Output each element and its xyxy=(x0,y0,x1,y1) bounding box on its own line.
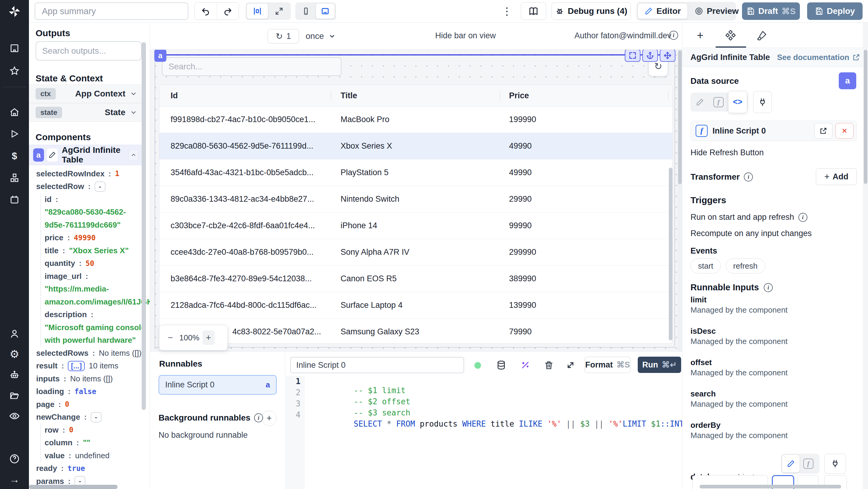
event-pill[interactable]: refresh xyxy=(726,258,765,273)
canvas-scrollbar-track[interactable] xyxy=(678,50,682,351)
output-tree-row[interactable]: selectedRowIndex:1 xyxy=(36,167,142,180)
runnable-item-inline-script-0[interactable]: Inline Script 0 a xyxy=(158,375,277,395)
output-tree-row[interactable]: result:[...]10 items xyxy=(36,360,142,373)
resources-cubes-icon[interactable] xyxy=(0,173,29,183)
search-outputs-input[interactable] xyxy=(36,41,142,61)
add-background-runnable-button[interactable]: + xyxy=(261,410,277,426)
table-search-input[interactable] xyxy=(162,57,341,76)
tree-toggle-chip[interactable]: - xyxy=(91,412,101,422)
runs-play-icon[interactable] xyxy=(0,128,29,139)
app-canvas[interactable]: a ↻ Id Title Price f991 xyxy=(150,50,682,351)
folders-icon[interactable] xyxy=(0,390,29,401)
output-tree-row[interactable]: value:undefined xyxy=(40,449,142,462)
align-center-button[interactable] xyxy=(247,4,268,19)
delete-script-button[interactable] xyxy=(541,358,556,373)
schedule-select[interactable]: once xyxy=(306,29,336,43)
see-documentation-link[interactable]: See documentation xyxy=(777,53,860,62)
table-scrollbar[interactable] xyxy=(669,167,673,340)
table-row[interactable]: b3e864c8-7fe3-4270-89e9-54c12038... Cano… xyxy=(159,266,673,292)
home-icon[interactable] xyxy=(0,107,29,118)
component-settings-tab[interactable] xyxy=(722,27,739,44)
settings-horizontal-scrollbar[interactable] xyxy=(700,485,841,488)
output-tree-row[interactable]: selectedRow:- xyxy=(36,180,142,193)
table-row[interactable]: f991898d-cb27-4ac7-b10c-0b9050ce1... Mac… xyxy=(159,106,673,133)
database-pencil-button[interactable] xyxy=(782,455,800,472)
redo-button[interactable] xyxy=(217,3,239,20)
output-tree-row[interactable]: loading:false xyxy=(36,385,142,398)
app-summary-input[interactable] xyxy=(35,2,188,20)
windmill-logo[interactable] xyxy=(0,0,29,23)
inline-script-row[interactable]: f Inline Script 0 × xyxy=(690,121,857,141)
event-pill[interactable]: start xyxy=(690,258,721,273)
output-tree-row[interactable]: "https://m.media- xyxy=(40,283,142,296)
ai-robot-icon[interactable] xyxy=(0,370,29,380)
tab-editor[interactable]: Editor xyxy=(638,4,687,19)
settings-scrollbar-thumb[interactable] xyxy=(864,50,867,184)
output-tree-row[interactable]: with powerful hardware" xyxy=(40,334,142,347)
database-connect-button[interactable] xyxy=(824,454,846,473)
runnable-inputs-info-icon[interactable]: i xyxy=(764,283,773,292)
component-move-button[interactable] xyxy=(660,49,675,62)
output-tree-row[interactable]: 9d5e-7611199dc669" xyxy=(40,219,142,232)
table-row[interactable]: 4c83-8022-5e70a07a2... Samsung Galaxy S2… xyxy=(159,319,673,344)
billing-dollar-icon[interactable]: $ xyxy=(0,150,29,161)
component-row[interactable]: a AgGrid Infinite Table xyxy=(29,145,142,165)
output-tree-row[interactable]: row:0 xyxy=(40,424,142,436)
output-tree-row[interactable]: amazon.com/images/I/61JGKhd xyxy=(40,296,142,308)
output-tree-row[interactable]: description: xyxy=(40,308,142,322)
output-tree-row[interactable]: image_url: xyxy=(40,270,142,283)
settings-scrollbar-track[interactable] xyxy=(863,23,868,489)
output-tree-row[interactable]: quantity:50 xyxy=(40,257,142,270)
expand-canvas-button[interactable] xyxy=(269,4,290,19)
database-schema-button[interactable] xyxy=(494,358,509,373)
output-tree-row[interactable]: id: xyxy=(40,193,142,206)
table-row[interactable]: 2128adca-7fc6-44bd-800c-dc115df6ac... Su… xyxy=(159,292,673,319)
table-row[interactable]: 89c0a336-1343-4812-ac34-e4bb8e27... Nint… xyxy=(159,186,673,213)
output-tree-row[interactable]: inputs:No items ([]) xyxy=(36,372,142,385)
chevron-down-icon[interactable] xyxy=(130,90,137,98)
column-header-price[interactable]: Price xyxy=(500,91,529,100)
format-button[interactable]: Format ⌘S xyxy=(585,357,630,373)
draft-button[interactable]: Draft ⌘S xyxy=(742,2,800,20)
output-tree-row[interactable]: selectedRows:No items ([]) xyxy=(36,347,142,360)
tab-preview[interactable]: Preview xyxy=(688,4,745,19)
table-row[interactable]: 354f6afd-43ac-4321-b1bc-0b5e5adcb... Pla… xyxy=(159,159,673,186)
documentation-book-button[interactable] xyxy=(521,2,546,20)
column-divider[interactable] xyxy=(331,91,331,100)
zoom-in-button[interactable]: + xyxy=(203,330,215,345)
remove-script-button[interactable]: × xyxy=(835,123,854,139)
rename-component-button[interactable] xyxy=(47,148,58,161)
refresh-count-box[interactable]: ↻ 1 xyxy=(268,29,299,43)
connect-mode-button[interactable] xyxy=(753,91,772,113)
tree-toggle-chip[interactable]: [...] xyxy=(68,361,85,371)
expand-editor-button[interactable] xyxy=(563,358,578,373)
favorites-star-icon[interactable] xyxy=(0,65,29,76)
state-row[interactable]: state State xyxy=(29,103,142,122)
database-template-button[interactable]: f xyxy=(800,459,817,469)
insert-component-tab[interactable]: + xyxy=(692,27,709,44)
collapse-arrow-icon[interactable]: → xyxy=(0,474,29,485)
zoom-out-button[interactable]: − xyxy=(164,330,176,345)
table-row[interactable]: ccee43dc-27e0-40a8-b768-b09579b0... Sony… xyxy=(159,239,673,266)
ctx-row[interactable]: ctx App Context xyxy=(29,84,142,103)
column-header-title[interactable]: Title xyxy=(331,91,500,100)
output-tree-row[interactable]: "Microsoft gaming console xyxy=(40,321,142,334)
output-tree-row[interactable]: price:49990 xyxy=(40,232,142,245)
transformer-info-icon[interactable]: i xyxy=(744,173,753,182)
audit-eye-icon[interactable] xyxy=(0,410,29,422)
output-tree-row[interactable]: column:"" xyxy=(40,436,142,450)
open-script-button[interactable] xyxy=(814,123,832,139)
mobile-view-button[interactable] xyxy=(297,4,315,19)
debug-runs-button[interactable]: Debug runs (4) xyxy=(552,2,631,20)
run-button[interactable]: Run ⌘↵ xyxy=(638,357,681,373)
canvas-scrollbar-thumb[interactable] xyxy=(678,50,682,184)
output-tree-row[interactable]: ready:true xyxy=(36,462,142,475)
styling-tab[interactable] xyxy=(753,27,770,44)
table-row[interactable]: 829ca080-5630-4562-9d5e-7611199d... Xbox… xyxy=(159,133,673,159)
static-pencil-icon[interactable] xyxy=(690,98,709,106)
help-icon[interactable] xyxy=(0,453,29,464)
output-tree-row[interactable]: title:"Xbox Series X" xyxy=(40,244,142,257)
template-mode-icon[interactable]: f xyxy=(709,97,728,107)
output-tree-row[interactable]: "829ca080-5630-4562- xyxy=(40,206,142,219)
column-divider[interactable] xyxy=(500,91,500,100)
